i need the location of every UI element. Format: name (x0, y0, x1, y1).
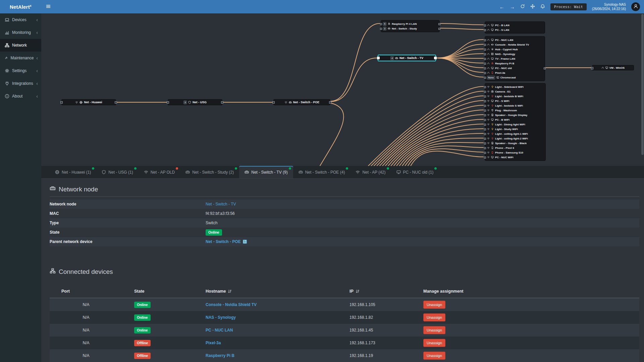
node-label: Phone - Pixel 6 (495, 146, 514, 149)
user-avatar[interactable] (631, 2, 640, 11)
unassign-button[interactable]: Unassign (423, 301, 445, 309)
scrollbar-thumb[interactable] (641, 14, 644, 155)
sidebar-item-network[interactable]: Network (0, 39, 41, 52)
device-node-camera-e1[interactable]: Camera - E1 (485, 89, 545, 94)
device-node-pc-b-lan[interactable]: PC - B LAN (485, 23, 545, 27)
device-node-pixel-3a[interactable]: Pixel-3a (485, 70, 545, 75)
column-header-port: Port (61, 289, 134, 294)
node-label: Chromecast (500, 76, 516, 79)
table-row-pixel-3a: N/AOfflinePixel-3a192.168.1.173Unassign (50, 337, 639, 349)
hostname-link[interactable]: Console - Nvidia Shield TV (206, 302, 350, 307)
detail-value-link[interactable]: Net - Switch - TV (206, 202, 639, 206)
device-node-pc-b-wifi[interactable]: PC - B WiFi (485, 117, 545, 122)
column-header-hostname[interactable]: Hostname (206, 289, 350, 294)
tab-net-ap-42[interactable]: Net - AP (42) (350, 166, 391, 178)
tab-net-ap-old[interactable]: Net - AP OLD (139, 166, 180, 178)
device-node-nas-synology[interactable]: NAS - Synology (485, 52, 545, 56)
diagram-node-net-huawei[interactable]: Net - Huawei (61, 99, 116, 105)
tab-net-switch-study-2[interactable]: Net - Switch - Study (2) (180, 166, 239, 178)
device-node-pc-s-lan[interactable]: PC - S LAN (485, 27, 545, 32)
port-badge: 4 (390, 56, 394, 60)
host-timestamp: (26/06/2024, 14:22:16) (592, 7, 626, 11)
app-title: NetAlert (10, 4, 30, 10)
tab-net-switch-tv-9[interactable]: Net - Switch - TV (9) (239, 166, 293, 178)
device-node-pc-nuc-old[interactable]: PC - NUC old (485, 66, 545, 70)
hostname-link[interactable]: Raspberry Pi B (206, 353, 350, 358)
node-label: Speaker - Google Display (495, 114, 527, 117)
bulb-icon (491, 123, 494, 126)
unassign-button[interactable]: Unassign (423, 313, 445, 321)
process-status-badge[interactable]: Process: Wait (550, 3, 587, 10)
device-node-light-bedside-s-wifi[interactable]: Light - bedside S WiFi (485, 103, 545, 108)
unassign-button[interactable]: Unassign (423, 326, 445, 334)
device-node-light-dining-light-wifi[interactable]: Light - Dining light WiFi (485, 122, 545, 127)
sidebar-item-maintenance[interactable]: Maintenance‹ (0, 52, 41, 64)
tab-net-huawei-1[interactable]: Net - Huawei (1) (50, 166, 96, 178)
device-node-speaker-google-display[interactable]: Speaker - Google Display (485, 113, 545, 117)
refresh-button[interactable] (520, 4, 525, 10)
menu-toggle-button[interactable] (41, 0, 55, 13)
app-logo[interactable]: NetAlertx (0, 4, 41, 10)
device-node-light-sideboard-wifi[interactable]: Light - Sideboard WiFi (485, 84, 545, 89)
plug-icon (5, 81, 9, 86)
device-node-console-nvidia-shield-tv[interactable]: Console - Nvidia Shield TV (485, 42, 545, 47)
sidebar-item-label: About (12, 94, 22, 99)
column-header-ip[interactable]: IP (350, 289, 423, 294)
speaker-icon (491, 114, 494, 116)
page-scrollbar[interactable] (641, 14, 644, 361)
hostname-link[interactable]: NAS - Synology (206, 315, 350, 320)
device-node-net-switch-study[interactable]: 3Net - Switch - Study (381, 26, 439, 31)
wifi-icon (487, 118, 490, 121)
tab-net-switch-poe-4[interactable]: Net - Switch - POE (4) (293, 166, 351, 178)
device-node-light-bedside-b-wifi[interactable]: Light - bedside B WiFi (485, 94, 545, 99)
sidebar-item-settings[interactable]: Settings‹ (0, 64, 41, 77)
move-button[interactable] (530, 4, 535, 10)
node-label: Light - Sideboard WiFi (495, 85, 524, 88)
node-label: Net - Huawei (84, 101, 102, 104)
device-node-light-ceiling-light-1-wifi[interactable]: Light - ceiling-light-1 WiFi (485, 131, 545, 136)
info-icon (5, 94, 9, 99)
globe-icon (79, 101, 83, 104)
sidebar-item-integrations[interactable]: Integrations‹ (0, 77, 41, 90)
detail-value-link[interactable]: Net - Switch - POE (206, 239, 241, 244)
detail-label: State (50, 230, 206, 235)
monitor-icon (491, 28, 494, 31)
server-icon (491, 53, 494, 55)
status-dot (92, 167, 94, 170)
wifi-icon (487, 109, 490, 112)
sidebar-item-devices[interactable]: Devices‹ (0, 13, 41, 26)
unassign-button[interactable]: Unassign (423, 352, 445, 360)
device-node-pc-nuc-lan[interactable]: PC - NUC LAN (485, 38, 545, 42)
device-node-light-ceiling-light-2-wifi[interactable]: Light - ceiling-light-2 WiFi (485, 136, 545, 141)
device-node-light-study-wifi[interactable]: Light - Study WiFi (485, 127, 545, 131)
device-node-pc-nuc-wifi[interactable]: PC - NUC WiFi (485, 155, 545, 160)
device-node-speaker-google-black[interactable]: Speaker - Google - Black (485, 141, 545, 145)
device-node-plug-washroom[interactable]: Plug - Washroom (485, 108, 545, 113)
device-node-raspberry-pi-4-lan[interactable]: 5Raspberry Pi 4 LAN (381, 21, 439, 26)
device-node-hub-cygnet-hub[interactable]: Hub - Cygnet Hub (485, 47, 545, 52)
eth-icon (487, 24, 490, 26)
nav-forward-button[interactable]: → (510, 4, 515, 9)
device-node-tv-frame-lan[interactable]: TV - Frame LAN (485, 56, 545, 61)
device-node-phone-pixel-6[interactable]: Phone - Pixel 6 (485, 145, 545, 150)
sidebar-item-monitoring[interactable]: Monitoring‹ (0, 26, 41, 39)
device-node-phone-samsung-s10[interactable]: Phone - Samsung S10 (485, 150, 545, 155)
hostname-link[interactable]: PC - NUC LAN (206, 328, 350, 333)
device-node-chromecast[interactable]: NoneChromecast (485, 75, 545, 80)
diagram-node-net-usg[interactable]: 3Net - USG (168, 99, 222, 105)
content: Network node Network nodeNet - Switch - … (41, 179, 644, 362)
tab-pc-nuc-old-1[interactable]: PC - NUC old (1) (391, 166, 439, 178)
external-link-button[interactable] (243, 240, 247, 244)
hostname-link[interactable]: Pixel-3a (206, 341, 350, 345)
unassign-button[interactable]: Unassign (423, 339, 445, 347)
port-badge: 3 (183, 101, 187, 104)
diagram-node-net-switch-tv[interactable]: 4Net - Switch - TV (378, 55, 436, 61)
notifications-bell-button[interactable] (540, 4, 545, 10)
diagram-node-vm-winos[interactable]: VM - WinOS (592, 65, 634, 70)
diagram-node-net-switch-poe[interactable]: Net - Switch - POE (273, 99, 330, 105)
tab-net-usg-1[interactable]: Net - USG (1) (96, 166, 138, 178)
device-node-raspberry-pi-b[interactable]: Raspberry Pi B (485, 61, 545, 66)
sidebar-item-about[interactable]: About‹ (0, 90, 41, 103)
device-node-pc-s-wifi[interactable]: PC - S WiFi (485, 99, 545, 103)
nav-back-button[interactable]: ← (499, 4, 504, 9)
